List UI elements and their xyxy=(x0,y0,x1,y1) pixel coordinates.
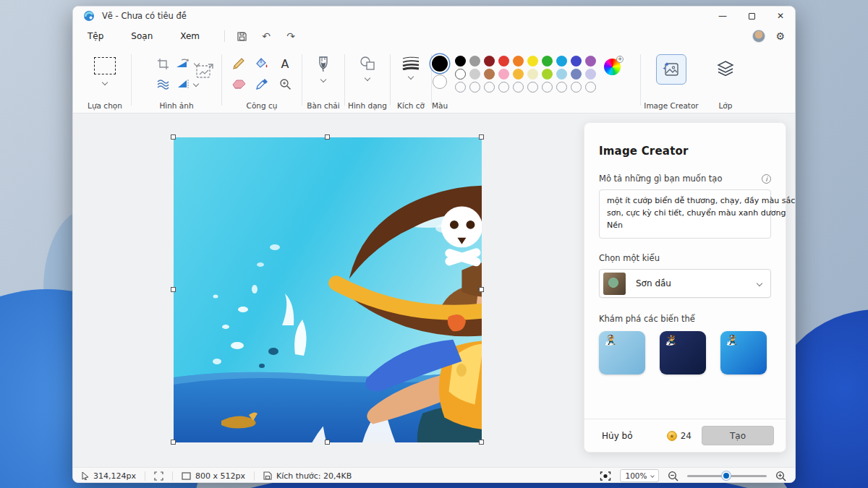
chevron-down-icon[interactable] xyxy=(408,74,414,80)
canvas-area[interactable]: Image Creator Mô tả những gì bạn muốn tạ… xyxy=(73,114,795,467)
style-thumbnail xyxy=(603,273,626,295)
color-swatch[interactable] xyxy=(455,56,466,67)
crop-icon[interactable] xyxy=(153,54,172,73)
color-swatch[interactable] xyxy=(571,69,582,80)
chevron-down-icon[interactable] xyxy=(320,77,326,82)
color-swatch[interactable] xyxy=(527,69,538,80)
edit-colors-button[interactable]: + xyxy=(604,59,621,75)
empty-color-slot[interactable] xyxy=(571,82,582,93)
empty-color-slot[interactable] xyxy=(585,82,596,93)
menu-view[interactable]: Xem xyxy=(176,29,204,43)
cursor-icon xyxy=(82,471,89,480)
fit-to-screen-icon[interactable] xyxy=(600,471,611,481)
color-swatch[interactable] xyxy=(542,56,553,67)
empty-color-slot[interactable] xyxy=(513,82,524,93)
pencil-icon[interactable] xyxy=(228,54,250,73)
prompt-textarea[interactable]: một ít cướp biển dễ thương, chạy, đầy mà… xyxy=(599,189,771,239)
brush-icon[interactable] xyxy=(317,56,330,73)
style-value: Sơn dầu xyxy=(636,278,671,288)
magnifier-icon[interactable] xyxy=(274,74,296,93)
color-swatch[interactable] xyxy=(585,69,596,80)
info-icon[interactable]: i xyxy=(762,174,771,184)
shapes-group[interactable]: Hình dạng xyxy=(345,47,390,113)
style-dropdown[interactable]: Sơn dầu xyxy=(599,269,771,298)
color-swatch[interactable] xyxy=(484,56,495,67)
minimize-button[interactable]: — xyxy=(708,7,737,25)
color-swatch[interactable] xyxy=(585,56,596,67)
save-button[interactable] xyxy=(232,28,251,44)
variant-3[interactable] xyxy=(720,331,767,374)
zoom-dropdown[interactable]: 100% xyxy=(620,469,659,482)
zoom-in-icon[interactable] xyxy=(775,471,786,481)
account-avatar[interactable] xyxy=(752,30,765,43)
zoom-out-icon[interactable] xyxy=(668,471,678,481)
foreground-color-swatch[interactable] xyxy=(432,56,448,72)
eraser-icon[interactable] xyxy=(228,74,250,93)
color-picker-icon[interactable] xyxy=(251,74,273,93)
color-swatch[interactable] xyxy=(542,69,553,80)
free-select-icon[interactable] xyxy=(153,74,172,93)
variant-1[interactable] xyxy=(599,331,645,374)
prompt-label: Mô tả những gì bạn muốn tạo xyxy=(599,174,722,184)
color-swatch[interactable] xyxy=(556,69,567,80)
resize-handle[interactable] xyxy=(479,134,484,140)
color-swatch[interactable] xyxy=(484,69,495,80)
create-button[interactable]: Tạo xyxy=(702,426,774,445)
zoom-slider[interactable] xyxy=(687,471,767,480)
menu-edit[interactable]: Soạn xyxy=(127,29,157,43)
resize-handle[interactable] xyxy=(171,134,176,140)
variant-2[interactable] xyxy=(660,331,706,374)
color-swatch[interactable] xyxy=(455,69,466,80)
empty-color-slot[interactable] xyxy=(542,82,553,93)
stroke-size-icon[interactable] xyxy=(401,56,420,70)
resize-handle[interactable] xyxy=(325,134,330,140)
undo-button[interactable]: ↶ xyxy=(257,28,276,44)
color-swatch[interactable] xyxy=(556,56,567,67)
color-swatch[interactable] xyxy=(513,56,524,67)
color-swatch[interactable] xyxy=(469,69,480,80)
plus-icon: + xyxy=(616,56,624,63)
shapes-icon[interactable] xyxy=(359,56,376,72)
fill-bucket-icon[interactable] xyxy=(251,54,273,73)
maximize-button[interactable] xyxy=(737,7,766,25)
empty-color-slot[interactable] xyxy=(469,82,480,93)
empty-color-slot[interactable] xyxy=(527,82,538,93)
empty-color-slot[interactable] xyxy=(556,82,567,93)
color-swatch[interactable] xyxy=(469,56,480,67)
resize-handle[interactable] xyxy=(479,440,484,445)
text-tool-icon[interactable]: A xyxy=(274,54,296,73)
background-color-swatch[interactable] xyxy=(433,74,447,89)
empty-color-slot[interactable] xyxy=(498,82,509,93)
layers-group[interactable]: Lớp xyxy=(702,47,749,113)
color-swatch[interactable] xyxy=(527,56,538,67)
size-group[interactable]: Kích cỡ xyxy=(391,47,431,113)
resize-handle[interactable] xyxy=(479,287,484,292)
image-creator-button[interactable] xyxy=(656,54,686,85)
chevron-down-icon[interactable] xyxy=(102,80,108,85)
cancel-button[interactable]: Hủy bỏ xyxy=(602,431,633,441)
color-swatch[interactable] xyxy=(513,69,524,80)
prompt-line: Nền xyxy=(607,219,770,231)
color-swatch[interactable] xyxy=(498,56,509,67)
layers-icon[interactable] xyxy=(716,60,735,77)
zoom-slider-thumb[interactable] xyxy=(722,471,731,480)
color-swatch[interactable] xyxy=(498,69,509,80)
selection-tool-group[interactable]: Lựa chọn xyxy=(79,47,131,113)
color-swatch[interactable] xyxy=(571,56,582,67)
canvas-image[interactable] xyxy=(174,137,482,442)
menu-file[interactable]: Tệp xyxy=(83,29,108,43)
brushes-group[interactable]: Bàn chải xyxy=(302,47,344,113)
empty-color-slot[interactable] xyxy=(455,82,466,93)
empty-color-slot[interactable] xyxy=(484,82,495,93)
redo-button[interactable]: ↷ xyxy=(281,28,300,44)
chevron-down-icon[interactable] xyxy=(365,75,370,81)
rectangle-select-icon[interactable] xyxy=(94,57,116,74)
resize-handle[interactable] xyxy=(171,440,176,445)
close-button[interactable]: ✕ xyxy=(766,7,795,25)
resize-icon[interactable] xyxy=(195,63,214,80)
resize-handle[interactable] xyxy=(325,440,330,445)
chevron-down-icon[interactable] xyxy=(193,81,199,87)
resize-handle[interactable] xyxy=(171,287,176,292)
image-creator-group[interactable]: Image Creator xyxy=(641,47,702,113)
settings-gear-icon[interactable]: ⚙ xyxy=(775,30,785,42)
